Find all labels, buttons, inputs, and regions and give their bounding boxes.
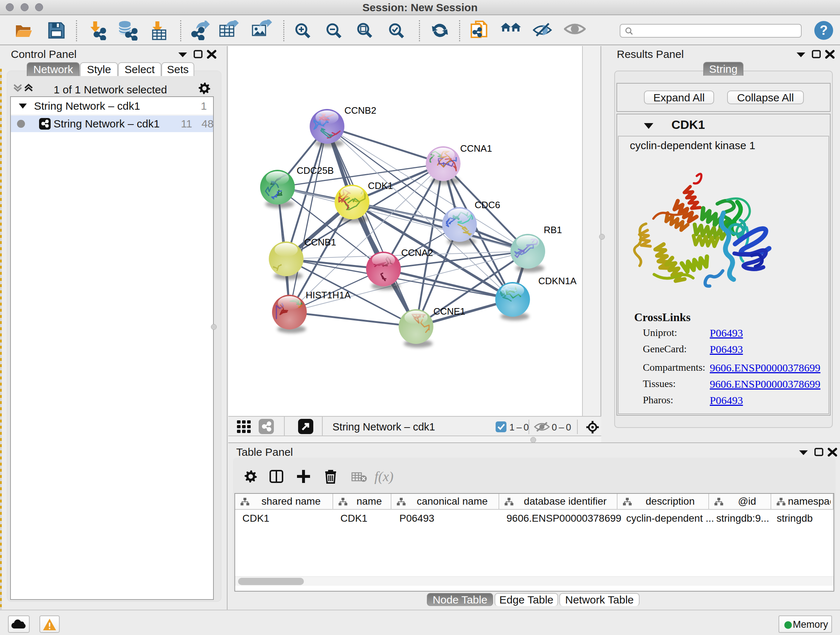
- svg-text:CDC25B: CDC25B: [297, 165, 334, 176]
- svg-text:CCNA1: CCNA1: [460, 143, 492, 154]
- svg-text:CCNB2: CCNB2: [344, 105, 376, 116]
- svg-text:CCNB1: CCNB1: [304, 237, 336, 248]
- svg-text:CCNE1: CCNE1: [433, 306, 465, 317]
- svg-text:RB1: RB1: [544, 225, 562, 235]
- svg-text:CDK1: CDK1: [368, 180, 393, 191]
- svg-text:CDKN1A: CDKN1A: [538, 276, 576, 287]
- svg-text:CCNA2: CCNA2: [401, 247, 433, 258]
- svg-text:HIST1H1A: HIST1H1A: [306, 290, 351, 301]
- svg-text:CDC6: CDC6: [475, 200, 500, 211]
